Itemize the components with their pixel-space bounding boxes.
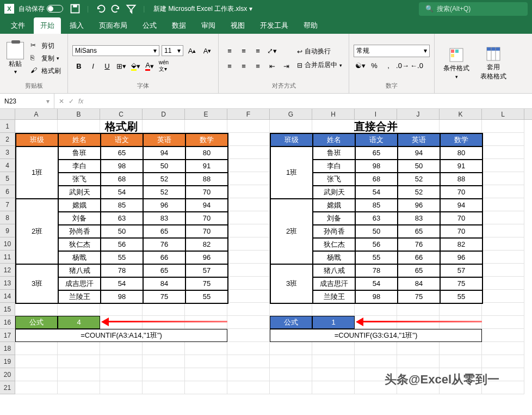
cell[interactable] [15,381,58,394]
data-cell[interactable]: 张飞 [58,173,101,186]
row-header-3[interactable]: 3 [0,146,15,159]
cell[interactable] [15,303,58,316]
data-cell[interactable]: 94 [398,147,440,160]
align-bottom-icon[interactable]: ≡ [251,44,264,57]
data-cell[interactable]: 刘备 [313,212,355,225]
data-cell[interactable]: 66 [398,251,440,264]
data-cell[interactable]: 65 [101,147,143,160]
cell[interactable] [312,303,355,316]
save-icon[interactable] [70,3,81,14]
row-header-9[interactable]: 9 [0,224,15,237]
menu-tab-开发工具[interactable]: 开发工具 [253,17,295,34]
data-cell[interactable]: 88 [185,173,228,186]
table-header[interactable]: 姓名 [58,133,101,147]
cell[interactable] [482,329,524,342]
cell[interactable] [397,303,440,316]
merged-class-cell[interactable]: 1班 [16,147,58,199]
cell[interactable] [58,381,100,394]
merge-cells-button[interactable]: ⊟合并后居中▾ [295,59,344,71]
data-cell[interactable]: 70 [185,212,228,225]
data-cell[interactable]: 70 [440,186,482,199]
data-cell[interactable]: 98 [101,290,143,303]
data-cell[interactable]: 56 [355,238,398,251]
data-cell[interactable]: 78 [101,264,143,277]
data-cell[interactable]: 94 [185,199,228,212]
data-cell[interactable]: 70 [185,225,228,238]
format-painter-button[interactable]: 🖌格式刷 [28,65,63,77]
cell[interactable] [270,355,312,368]
data-cell[interactable]: 83 [398,212,440,225]
cell[interactable] [482,120,524,133]
menu-tab-公式[interactable]: 公式 [136,17,163,34]
data-cell[interactable]: 52 [143,173,185,186]
cell[interactable] [397,342,440,355]
paste-button[interactable]: 粘贴 ▾ [4,40,26,77]
formula-label-cell[interactable]: 公式 [15,316,58,329]
col-header-E[interactable]: E [185,109,227,119]
cell[interactable] [185,342,227,355]
formula-text-cell[interactable]: =COUNTIF(A3:A14,"1班") [15,329,227,342]
cell[interactable] [58,355,100,368]
underline-button[interactable]: U [101,59,114,72]
merged-class-cell[interactable]: 3班 [270,264,313,303]
cell[interactable] [270,342,312,355]
row-header-1[interactable]: 1 [0,120,15,133]
data-cell[interactable]: 54 [101,277,143,290]
data-cell[interactable]: 91 [440,160,482,173]
cell[interactable] [227,355,270,368]
table-header[interactable]: 英语 [398,133,440,147]
data-cell[interactable]: 54 [101,186,143,199]
table-header[interactable]: 数学 [440,133,482,147]
menu-tab-文件[interactable]: 文件 [4,17,32,34]
merged-class-cell[interactable]: 1班 [270,147,313,199]
data-cell[interactable]: 兰陵王 [58,290,101,303]
merged-class-cell[interactable]: 2班 [270,199,313,264]
cell[interactable] [312,342,355,355]
row-header-7[interactable]: 7 [0,198,15,211]
decrease-indent-icon[interactable]: ⇤ [265,59,279,72]
row-header-20[interactable]: 20 [0,368,15,381]
row-header-11[interactable]: 11 [0,251,15,264]
table-header[interactable]: 英语 [143,133,185,147]
cell[interactable] [143,381,185,394]
data-cell[interactable]: 狄仁杰 [313,238,355,251]
table-format-button[interactable]: 套用 表格格式 [476,44,511,83]
decrease-decimal-icon[interactable]: ←.0 [410,59,423,72]
menu-tab-审阅[interactable]: 审阅 [195,17,222,34]
cell[interactable] [227,159,270,172]
undo-icon[interactable] [95,3,106,14]
wrap-text-button[interactable]: ↩自动换行 [295,46,344,57]
menu-tab-帮助[interactable]: 帮助 [297,17,324,34]
data-cell[interactable]: 猪八戒 [313,264,355,277]
table-header[interactable]: 数学 [185,133,228,147]
cell[interactable] [143,355,185,368]
data-cell[interactable]: 成吉思汗 [313,277,355,290]
confirm-formula-icon[interactable]: ✓ [69,97,74,105]
data-cell[interactable]: 75 [398,290,440,303]
increase-font-icon[interactable]: A▴ [185,44,199,57]
data-cell[interactable]: 52 [398,173,440,186]
data-cell[interactable]: 52 [398,186,440,199]
data-cell[interactable]: 兰陵王 [313,290,355,303]
data-cell[interactable]: 82 [440,238,482,251]
conditional-format-button[interactable]: 条件格式 ▾ [439,45,474,82]
data-cell[interactable]: 李白 [58,160,101,173]
formula-text-cell[interactable]: =COUNTIF(G3:G14,"1班") [270,329,482,342]
cell[interactable] [312,381,355,394]
increase-decimal-icon[interactable]: .0→ [396,59,409,72]
data-cell[interactable]: 78 [355,264,398,277]
merged-class-cell[interactable]: 3班 [16,264,58,303]
table-header[interactable]: 语文 [355,133,398,147]
data-cell[interactable]: 88 [440,173,482,186]
cell[interactable] [482,303,524,316]
menu-tab-开始[interactable]: 开始 [34,17,61,34]
cell[interactable] [227,146,270,159]
data-cell[interactable]: 李白 [313,160,355,173]
data-cell[interactable]: 55 [185,290,228,303]
data-cell[interactable]: 54 [355,277,398,290]
data-cell[interactable]: 孙尚香 [313,225,355,238]
data-cell[interactable]: 鲁班 [58,147,101,160]
data-cell[interactable]: 80 [185,147,228,160]
cell[interactable] [100,355,143,368]
cell[interactable] [270,303,312,316]
